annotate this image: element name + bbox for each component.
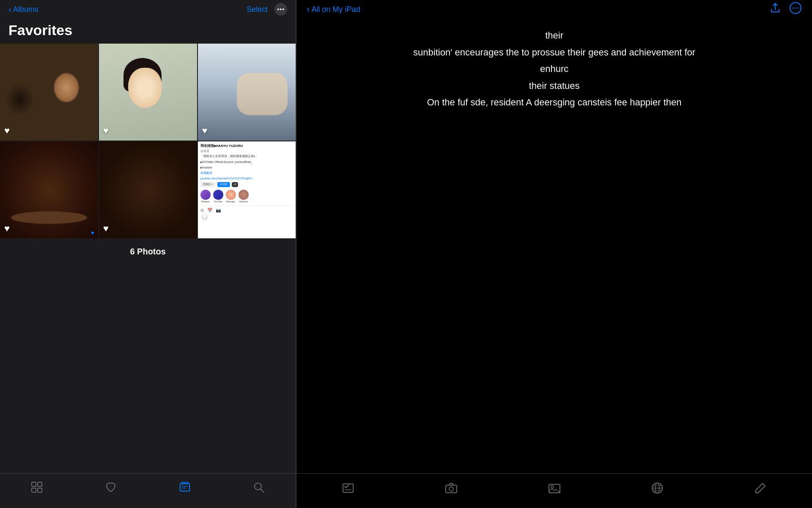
photo-library-icon [548, 482, 561, 496]
text-line-4: their statues [529, 80, 580, 91]
photo-cell-3[interactable]: ♥ [198, 44, 296, 141]
follow-button[interactable]: 已关注 ∨ [200, 182, 216, 187]
photo-grid: ♥ ♥ ♥ ♥ ♥ [0, 44, 296, 238]
foryou-icon [105, 481, 117, 496]
svg-rect-0 [32, 482, 36, 486]
svg-point-10 [795, 8, 796, 9]
photo-cell-1[interactable]: ♥ [0, 44, 98, 141]
social-screenshot: 羽生结弦■HANYU YUZURU 运动员 「我想全心全意滑冰，藉此傳達感謝之意… [198, 141, 296, 238]
right-header-actions [770, 2, 802, 17]
svg-rect-4 [180, 483, 189, 491]
right-panel: ‹ All on My iPad their [296, 0, 812, 508]
social-desc2: ■IG/Twitter Official Account: yuzuruoffi… [200, 160, 294, 164]
left-header: ‹ Albums Select ••• [0, 0, 296, 19]
social-name: 羽生结弦■HANYU YUZURU [200, 144, 294, 148]
right-content: their sunbition' enceurages the to pross… [296, 19, 812, 254]
photo-cell-5[interactable]: ♥ [99, 141, 197, 238]
edit-icon [754, 482, 767, 496]
tab-search[interactable] [222, 481, 296, 496]
svg-line-7 [261, 489, 264, 492]
right-tab-photo-library[interactable] [503, 482, 606, 496]
text-line-2: sunbition' enceurages the to prossue the… [413, 47, 695, 58]
favorites-title: Favorites [0, 19, 296, 44]
more-dots-icon: ••• [277, 6, 285, 13]
header-actions: Select ••• [247, 3, 287, 16]
photo-cell-2[interactable]: ♥ [99, 44, 197, 141]
social-desc1: 「我想全心全意滑冰，藉此傳達感謝之意♦️」 [200, 154, 294, 158]
heart-icon-6: ♥ [202, 211, 208, 222]
tab-library[interactable] [0, 481, 74, 496]
more-button[interactable]: ••• [274, 3, 287, 16]
svg-rect-1 [38, 482, 42, 486]
right-back-label: All on My iPad [312, 5, 360, 14]
all-on-ipad-back-button[interactable]: ‹ All on My iPad [307, 4, 360, 15]
right-tab-checklist[interactable] [296, 482, 400, 496]
text-line-3: enhurc [540, 64, 568, 74]
more-options-button[interactable] [789, 2, 802, 17]
heart-icon-3: ♥ [202, 125, 208, 136]
share-button[interactable] [770, 3, 781, 16]
svg-point-11 [798, 8, 799, 9]
text-line-5: On the fuf sde, resident A deersging can… [427, 97, 682, 108]
back-label: Albums [13, 5, 38, 14]
library-icon [31, 481, 43, 496]
globe-icon [651, 482, 664, 496]
photo-cell-6[interactable]: 羽生结弦■HANYU YUZURU 运动员 「我想全心全意滑冰，藉此傳達感謝之意… [198, 141, 296, 238]
right-bottom-tabs [296, 473, 812, 508]
heart-icon-4: ♥ [4, 223, 10, 234]
tab-foryou[interactable] [74, 481, 148, 496]
right-tab-edit[interactable] [709, 482, 812, 496]
social-icons-row: Prologue YouTube Message Interview [200, 190, 294, 203]
search-icon [253, 481, 265, 496]
checklist-icon [342, 482, 354, 496]
photo-cell-4[interactable]: ♥ [0, 141, 98, 238]
heart-icon-1: ♥ [4, 125, 10, 136]
photos-count: 6 Photos [0, 238, 296, 265]
svg-rect-2 [32, 488, 36, 492]
social-desc4: 查看翻译 [200, 171, 294, 175]
text-line-1: their [545, 30, 563, 41]
camera-icon-right [445, 482, 458, 496]
left-panel: ‹ Albums Select ••• Favorites ♥ [0, 0, 296, 508]
albums-back-button[interactable]: ‹ Albums [8, 5, 38, 14]
right-tab-camera[interactable] [400, 482, 503, 496]
right-text-block: their sunbition' enceurages the to pross… [364, 27, 745, 111]
right-header: ‹ All on My iPad [296, 0, 812, 19]
back-chevron-icon: ‹ [8, 5, 11, 14]
svg-point-9 [793, 8, 794, 9]
tab-albums[interactable] [148, 481, 222, 496]
albums-icon [179, 481, 191, 496]
svg-point-15 [449, 487, 453, 491]
svg-rect-14 [446, 485, 457, 493]
svg-rect-3 [38, 488, 42, 492]
progress-indicator [91, 232, 94, 234]
svg-point-17 [551, 486, 554, 488]
right-tab-globe[interactable] [606, 482, 709, 496]
left-bottom-tabs [0, 473, 296, 508]
heart-icon-5: ♥ [103, 223, 109, 234]
right-back-chevron-icon: ‹ [307, 4, 310, 15]
social-desc3: ■Youtube: [200, 166, 294, 169]
heart-icon-2: ♥ [103, 125, 109, 136]
social-role: 运动员 [200, 149, 294, 153]
social-url: youtube.com/channel/UChXVX37IFVqMfY... [200, 177, 294, 180]
message-button[interactable]: 发消息 [217, 182, 230, 187]
select-button[interactable]: Select [247, 5, 268, 14]
